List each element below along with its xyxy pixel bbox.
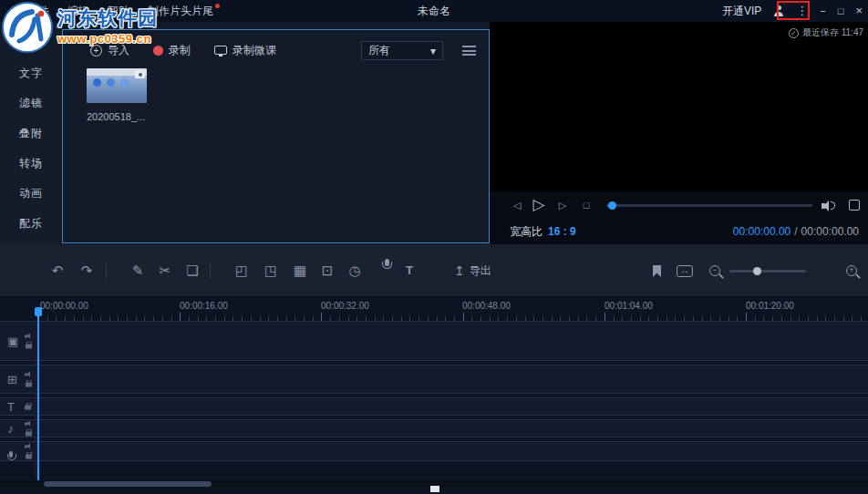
document-title: 未命名: [418, 4, 450, 19]
ruler-label: 00:00:00.00: [40, 301, 88, 311]
voiceover-button[interactable]: [372, 259, 392, 283]
time-separator: /: [794, 225, 797, 238]
scale-button[interactable]: ◳: [261, 259, 281, 283]
track-toggles: [25, 404, 31, 410]
pip-track[interactable]: ⊞: [0, 365, 868, 394]
crop-button[interactable]: ◰: [232, 259, 252, 283]
text-track[interactable]: T: [0, 397, 868, 416]
ruler-label: 00:01:04.00: [604, 301, 653, 311]
export-icon: ↥: [454, 263, 465, 278]
sidebar-item-animation[interactable]: 动画: [0, 179, 62, 209]
undo-button[interactable]: ↶: [47, 259, 67, 283]
pip-track-icon: ⊞: [7, 373, 17, 386]
ruler-label: 00:00:48.00: [462, 301, 511, 311]
menu-make-intro-outro[interactable]: 制作片头片尾: [148, 4, 220, 19]
sidebar-item-transition[interactable]: 转场: [0, 149, 62, 179]
playhead[interactable]: [37, 307, 39, 480]
edit-clip-button[interactable]: ✎: [128, 259, 148, 283]
ruler-label: 00:00:16.00: [180, 301, 228, 311]
track-toggles: [25, 444, 32, 459]
music-track[interactable]: ♪: [0, 419, 868, 437]
record-lesson-label: 录制微课: [232, 43, 276, 58]
open-vip-button[interactable]: 开通VIP: [722, 4, 761, 19]
watermark-text: 河东软件园 www.pc0359.cn: [57, 2, 158, 46]
media-item-thumbnail[interactable]: [87, 68, 147, 103]
preview-info-bar: 宽高比16 : 9 00:00:00.00/00:00:00.00: [490, 219, 868, 244]
time-display: 00:00:00.00/00:00:00.00: [733, 225, 859, 238]
media-item-name: 20200518_...: [87, 111, 150, 122]
watermark-site-name: 河东软件园: [57, 7, 158, 29]
mute-toggle-icon[interactable]: [25, 334, 32, 340]
sidebar-item-filter[interactable]: 滤镜: [0, 88, 62, 118]
play-button[interactable]: ▷: [530, 191, 548, 219]
timeline: 00:00:00.00 00:00:16.00 00:00:32.00 00:0…: [0, 297, 868, 494]
seek-handle[interactable]: [608, 201, 616, 210]
export-button[interactable]: ↥ 导出: [454, 259, 491, 283]
zoom-out-button[interactable]: −: [709, 265, 720, 276]
toolbar-divider: [106, 263, 107, 278]
media-filter-dropdown[interactable]: 所有 ▾: [361, 41, 443, 60]
video-track[interactable]: ▣: [0, 321, 868, 361]
list-view-button[interactable]: [462, 46, 476, 56]
sidebar-item-text[interactable]: 文字: [0, 58, 62, 88]
chevron-down-icon: ▾: [430, 45, 436, 57]
close-button[interactable]: ×: [855, 0, 863, 22]
watermark-site-url: www.pc0359.cn: [57, 32, 158, 46]
edit-toolbar-row: ↶ ↷ ✎ ✂ ❏ ◰ ◳ ▦ ⊡ ◷ T ↥ 导出 ↔ − +: [0, 259, 868, 283]
mute-toggle-icon[interactable]: [25, 372, 32, 378]
zoom-in-button[interactable]: +: [846, 265, 857, 276]
next-frame-button[interactable]: ▷: [555, 191, 570, 219]
prev-frame-button[interactable]: ◁: [510, 191, 524, 219]
marker-icon[interactable]: [653, 265, 661, 277]
text-to-speech-button[interactable]: T: [399, 259, 419, 283]
delete-button[interactable]: ❏: [182, 259, 202, 283]
sidebar-item-overlay[interactable]: 叠附: [0, 118, 62, 149]
duration-button[interactable]: ◷: [345, 259, 365, 283]
music-track-icon: ♪: [7, 421, 14, 436]
fit-timeline-button[interactable]: ↔: [677, 265, 693, 277]
track-toggles: [25, 334, 32, 349]
sidebar-item-music[interactable]: 配乐: [0, 209, 62, 239]
lock-toggle-icon[interactable]: [26, 432, 32, 437]
aspect-ratio: 宽高比16 : 9: [510, 224, 576, 240]
sidebar: 文字 滤镜 叠附 转场 动画 配乐: [0, 22, 62, 244]
snapshot-button[interactable]: ⊡: [317, 259, 337, 283]
timeline-ruler[interactable]: [38, 313, 868, 321]
export-label: 导出: [470, 263, 491, 279]
timeline-zoom-handle[interactable]: [753, 267, 761, 275]
voice-track[interactable]: [0, 441, 868, 461]
autosave-text: 最近保存 11:47: [802, 26, 863, 39]
player-controls: ◁ ▷ ▷ □: [490, 191, 868, 219]
video-preview-area: [490, 22, 868, 191]
seek-slider[interactable]: [606, 204, 812, 207]
new-badge-dot: [215, 4, 220, 8]
site-logo-icon: [2, 2, 53, 53]
video-track-icon: ▣: [7, 334, 18, 348]
minimize-button[interactable]: −: [820, 0, 825, 22]
volume-icon[interactable]: [822, 200, 836, 211]
ruler-label: 00:01:20.00: [746, 301, 794, 311]
media-filter-value: 所有: [368, 43, 390, 58]
track-toggles: [25, 372, 32, 387]
mosaic-button[interactable]: ▦: [290, 259, 310, 283]
mute-toggle-icon[interactable]: [25, 444, 32, 450]
record-lesson-button[interactable]: 录制微课: [214, 43, 276, 58]
timeline-zoom-slider[interactable]: [729, 270, 806, 273]
lock-toggle-icon[interactable]: [26, 345, 32, 349]
stop-button[interactable]: □: [579, 191, 594, 219]
aspect-ratio-value[interactable]: 16 : 9: [548, 225, 576, 238]
resize-grip[interactable]: [430, 486, 439, 492]
media-item[interactable]: 20200518_...: [87, 68, 150, 122]
mute-toggle-icon[interactable]: [25, 421, 32, 427]
split-button[interactable]: ✂: [155, 259, 175, 283]
lock-toggle-icon[interactable]: [26, 383, 32, 387]
lock-toggle-icon[interactable]: [25, 406, 31, 410]
fullscreen-icon[interactable]: [849, 200, 860, 211]
redo-button[interactable]: ↷: [77, 259, 97, 283]
total-time: 00:00:00.00: [801, 225, 859, 238]
record-button[interactable]: 录制: [153, 43, 191, 58]
maximize-button[interactable]: □: [838, 0, 844, 22]
lock-toggle-icon[interactable]: [26, 455, 32, 459]
timeline-scrollbar-thumb[interactable]: [44, 481, 212, 487]
preview-panel: ◁ ▷ ▷ □ 宽高比16 : 9 00:00:00.00/00:00:00.0…: [490, 22, 868, 244]
